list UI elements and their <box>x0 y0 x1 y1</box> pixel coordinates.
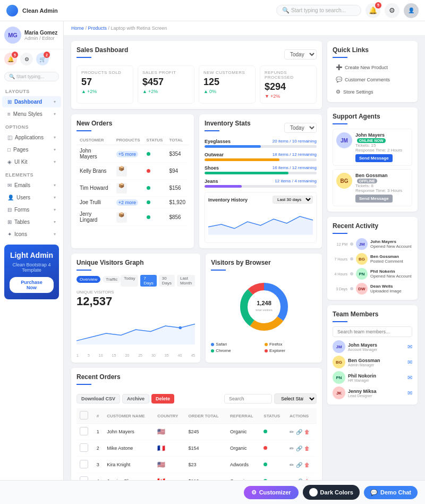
top-search-box[interactable]: 🔍 Start typing to search... <box>276 5 361 16</box>
row-checkbox[interactable] <box>80 476 88 480</box>
row-checkbox[interactable] <box>80 427 88 435</box>
link-icon[interactable]: 🔗 <box>296 429 302 435</box>
archive-button[interactable]: Archive <box>122 394 149 404</box>
link-icon[interactable]: 🔗 <box>296 446 302 451</box>
row-customer: Jessica Bloom <box>104 473 154 481</box>
customizer-button[interactable]: ⚙ Customizer <box>244 486 299 499</box>
sidebar-item-dashboard[interactable]: ⊞ Dashboard ▾ <box>2 96 61 107</box>
sidebar-cart[interactable]: 🛒2 <box>36 53 49 65</box>
message-icon[interactable]: ✉ <box>407 390 412 397</box>
quick-link-create[interactable]: ➕ Create New Product <box>333 62 412 72</box>
sidebar-item-forms[interactable]: ⊟ Forms ▾ <box>2 204 61 215</box>
main-column: Sales Dashboard Today Products Sold 57 ▲… <box>71 41 322 480</box>
row-status-dot <box>264 463 267 466</box>
users-chevron: ▾ <box>54 195 56 200</box>
message-icon[interactable]: ✉ <box>407 343 412 350</box>
sidebar-item-emails[interactable]: ✉ Emails ▾ <box>2 180 61 191</box>
row-status-dot <box>264 430 267 433</box>
order-total: $94 <box>166 163 189 180</box>
status-select[interactable]: Select Status <box>274 393 317 404</box>
sidebar-item-icons[interactable]: ✦ Icons ▾ <box>2 229 61 240</box>
message-icon[interactable]: ✉ <box>407 359 412 366</box>
team-avatar: JK <box>333 387 345 399</box>
visitors-row: Unique Visitors Graph Overview Traffic T… <box>71 254 322 363</box>
sidebar-search[interactable]: 🔍 Start typing... <box>4 72 59 81</box>
link-icon[interactable]: 🔗 <box>296 462 302 468</box>
donut-chart: 1,248 total visitors <box>211 275 317 339</box>
send-message-ben-button[interactable]: Send Message <box>355 195 393 203</box>
notifications-btn[interactable]: 🔔5 <box>366 3 380 18</box>
period-select[interactable]: Today <box>284 49 317 60</box>
delete-icon[interactable]: 🗑 <box>304 446 310 451</box>
sidebar-item-pages[interactable]: □ Pages ▾ <box>2 144 61 155</box>
quick-link-comments[interactable]: 💬 Customer Comments <box>333 74 412 85</box>
applications-icon: ◫ <box>7 135 12 140</box>
promo-cta-button[interactable]: Purchase Now <box>10 277 54 293</box>
unique-visitors-label: Unique Visitors <box>76 290 195 295</box>
time-tabs: Today 7 Days 30 Days Last Month <box>121 275 195 287</box>
svg-point-0 <box>178 326 182 330</box>
breadcrumb-products[interactable]: Products <box>88 26 107 31</box>
sidebar-settings[interactable]: ⚙ <box>20 53 33 65</box>
delete-icon[interactable]: 🗑 <box>304 462 310 468</box>
th-check <box>76 408 94 424</box>
search-icon: 🔍 <box>282 7 290 13</box>
tab-overview[interactable]: Overview <box>76 276 100 283</box>
activity-connector-dot <box>350 272 353 275</box>
download-csv-button[interactable]: Download CSV <box>76 394 120 404</box>
user-avatar-sidebar: MG <box>4 27 21 44</box>
team-search-input[interactable] <box>333 326 412 337</box>
row-checkbox[interactable] <box>80 443 88 452</box>
message-icon[interactable]: ✉ <box>407 374 412 381</box>
dark-colors-button[interactable]: Dark Colors <box>303 485 360 500</box>
tab-traffic[interactable]: Traffic <box>103 276 121 283</box>
chat-icon: 💬 <box>370 489 378 496</box>
sidebar-notifications[interactable]: 🔔5 <box>4 53 17 65</box>
edit-icon[interactable]: ✏ <box>290 462 294 468</box>
new-orders-divider <box>76 130 91 131</box>
notifications-badge: 5 <box>375 2 381 9</box>
delete-icon[interactable]: 🗑 <box>304 429 310 435</box>
sidebar-item-users[interactable]: 👤 Users ▾ <box>2 192 61 203</box>
settings-btn[interactable]: ⚙ <box>385 3 400 18</box>
icons-icon: ✦ <box>7 231 12 237</box>
row-country: 🇺🇸 <box>154 424 185 440</box>
time-tab-today[interactable]: Today <box>121 275 138 287</box>
row-num: 3 <box>94 457 104 473</box>
edit-icon[interactable]: ✏ <box>290 429 294 435</box>
edit-icon[interactable]: ✏ <box>290 446 294 451</box>
time-tab-lastmonth[interactable]: Last Month <box>177 275 195 287</box>
quick-links-divider <box>333 57 347 58</box>
orders-search-input[interactable] <box>224 394 272 404</box>
stat-new-customers: New Customers 125 ▲ 0% <box>199 65 256 104</box>
history-period-select[interactable]: Last 30 days <box>273 196 313 204</box>
dark-toggle-circle <box>309 488 318 497</box>
order-status-dot <box>147 186 150 190</box>
delete-button[interactable]: Delete <box>151 394 174 404</box>
dashboard-label: Dashboard <box>14 99 42 105</box>
activity-time: 3 Days <box>333 287 347 291</box>
row-num: 2 <box>94 440 104 457</box>
inventory-period-select[interactable]: Today <box>284 123 317 133</box>
demo-chat-button[interactable]: 💬 Demo Chat <box>364 486 418 499</box>
send-message-john-button[interactable]: Send Message <box>355 154 393 162</box>
order-customer: Joe Trulli <box>76 197 113 208</box>
time-tab-7days[interactable]: 7 Days <box>140 275 156 287</box>
sidebar-item-ui-kit[interactable]: ◈ UI Kit ▾ <box>2 156 61 167</box>
sidebar-item-applications[interactable]: ◫ Applications ▾ <box>2 132 61 143</box>
agent-john: JM John Mayers ONLINE NOW Tickets: 15 Re… <box>333 129 412 166</box>
svg-text:total visitors: total visitors <box>256 308 273 312</box>
new-orders-title: New Orders <box>76 120 189 127</box>
sidebar-item-menu-styles[interactable]: ≡ Menu Styles ▾ <box>2 108 61 120</box>
breadcrumb-home[interactable]: Home <box>71 26 84 31</box>
sidebar-item-tables[interactable]: ⊞ Tables ▾ <box>2 216 61 228</box>
user-avatar-top[interactable]: 👤 <box>404 3 419 18</box>
time-tab-30days[interactable]: 30 Days <box>159 275 175 287</box>
content-area: Home / Products / Laptop with Retina Scr… <box>64 21 425 480</box>
quick-link-settings[interactable]: ⚙ Store Settings <box>333 87 412 97</box>
donut-svg: 1,248 total visitors <box>237 280 291 333</box>
row-checkbox[interactable] <box>80 460 88 468</box>
breadcrumb: Home / Products / Laptop with Retina Scr… <box>64 21 425 36</box>
visitors-graph-title: Unique Visitors Graph <box>76 259 195 266</box>
select-all-checkbox[interactable] <box>80 411 88 419</box>
